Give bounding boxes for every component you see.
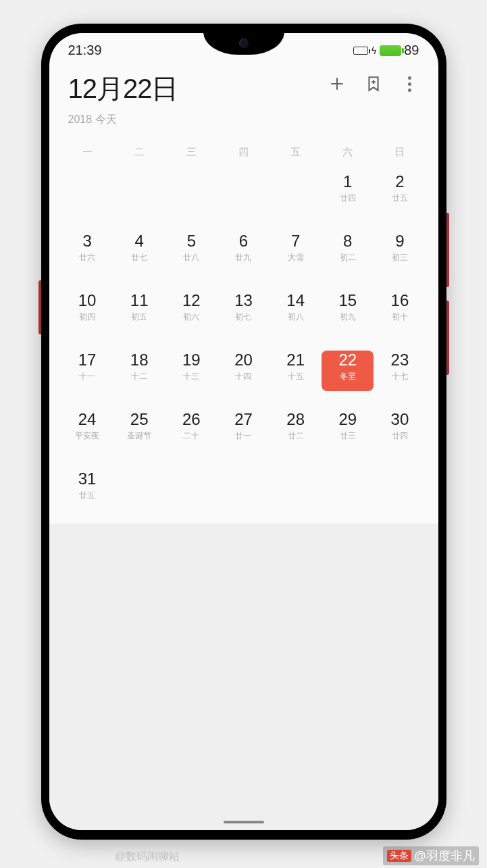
weekday-row: 一 二 三 四 五 六 日 (49, 131, 438, 167)
day-cell[interactable]: 26二十 (165, 410, 217, 451)
day-number: 5 (187, 232, 196, 251)
day-cell[interactable]: 23十七 (374, 351, 426, 391)
day-cell[interactable]: 11初五 (113, 291, 165, 332)
day-number: 14 (286, 291, 305, 310)
day-lunar: 冬至 (340, 371, 356, 382)
phone-frame: 21:39 ϟ 89 12月22日 2018 今天 (41, 24, 446, 840)
day-cell[interactable]: 10初四 (61, 291, 113, 332)
day-lunar: 廿二 (288, 430, 304, 442)
events-area[interactable] (49, 524, 438, 830)
day-cell[interactable]: 13初七 (217, 291, 270, 332)
day-lunar: 初九 (340, 311, 356, 323)
day-number: 19 (182, 351, 201, 369)
day-cell[interactable]: 19十三 (165, 351, 217, 391)
day-number: 1 (343, 172, 352, 191)
day-lunar: 十七 (392, 371, 408, 382)
day-number: 7 (291, 232, 300, 251)
day-lunar: 廿九 (235, 252, 251, 263)
day-lunar: 廿六 (79, 252, 95, 263)
battery-percent: 89 (404, 43, 419, 58)
day-number: 15 (338, 291, 357, 310)
plus-icon (328, 75, 346, 93)
day-number: 4 (135, 232, 144, 251)
day-number: 24 (78, 410, 97, 429)
day-cell[interactable]: 31廿五 (61, 469, 113, 510)
day-cell[interactable]: 8初二 (322, 232, 374, 272)
day-number: 30 (391, 410, 409, 429)
app-header: 12月22日 2018 今天 (49, 58, 438, 131)
day-number: 22 (338, 351, 357, 369)
day-cell[interactable]: 1廿四 (322, 172, 374, 213)
status-right: ϟ 89 (353, 43, 419, 58)
day-number: 3 (82, 232, 91, 251)
day-lunar: 廿四 (340, 193, 356, 204)
battery-outline-icon (353, 47, 368, 55)
day-number: 18 (130, 351, 149, 369)
day-cell[interactable]: 7大雪 (270, 232, 322, 272)
day-lunar: 初二 (340, 252, 356, 263)
weekday-label: 日 (374, 146, 426, 159)
day-cell[interactable]: 28廿二 (270, 410, 322, 451)
day-cell[interactable]: 9初三 (374, 232, 426, 272)
bookmark-plus-icon (365, 75, 382, 93)
page-title: 12月22日 (68, 70, 328, 107)
day-lunar: 初七 (235, 311, 251, 323)
day-cell[interactable]: 5廿八 (165, 232, 217, 272)
day-cell[interactable]: 6廿九 (217, 232, 270, 272)
day-lunar: 初六 (183, 311, 199, 323)
day-cell[interactable]: 20十四 (217, 351, 270, 391)
day-cell[interactable]: 22冬至 (322, 351, 374, 391)
day-number: 25 (130, 410, 149, 429)
day-cell[interactable]: 18十二 (113, 351, 165, 391)
weekday-label: 四 (217, 146, 270, 159)
day-number: 11 (130, 291, 149, 310)
day-number: 31 (78, 469, 97, 488)
day-cell[interactable]: 25圣诞节 (113, 410, 165, 451)
add-event-button[interactable] (328, 74, 347, 93)
day-number: 23 (391, 351, 409, 369)
weekday-label: 五 (270, 146, 322, 159)
day-number: 20 (234, 351, 253, 369)
day-lunar: 初三 (392, 252, 408, 263)
day-cell[interactable]: 15初九 (322, 291, 374, 332)
day-number: 29 (338, 410, 357, 429)
day-lunar: 平安夜 (75, 430, 99, 442)
day-cell[interactable]: 29廿三 (322, 410, 374, 451)
day-cell[interactable]: 4廿七 (113, 232, 165, 272)
day-number: 27 (234, 410, 253, 429)
weekday-label: 三 (165, 146, 217, 159)
day-cell[interactable]: 24平安夜 (61, 410, 113, 451)
title-block: 12月22日 2018 今天 (68, 70, 328, 127)
day-cell[interactable]: 14初八 (270, 291, 322, 332)
day-lunar: 廿八 (183, 252, 199, 263)
day-cell[interactable]: 17十一 (61, 351, 113, 391)
day-cell[interactable]: 12初六 (165, 291, 217, 332)
day-cell[interactable]: 3廿六 (61, 232, 113, 272)
day-cell[interactable]: 27廿一 (217, 410, 270, 451)
day-cell[interactable]: 2廿五 (374, 172, 426, 213)
bookmark-button[interactable] (364, 74, 383, 93)
day-number: 26 (182, 410, 201, 429)
day-lunar: 大雪 (288, 252, 304, 263)
day-number: 16 (391, 291, 409, 310)
day-lunar: 十二 (131, 371, 147, 382)
day-cell[interactable]: 30廿四 (374, 410, 426, 451)
day-lunar: 初十 (392, 311, 408, 323)
day-lunar: 廿五 (392, 193, 408, 204)
day-lunar: 圣诞节 (127, 430, 151, 442)
day-number: 10 (78, 291, 97, 310)
day-cell[interactable]: 16初十 (374, 291, 426, 332)
battery-fill-icon (380, 45, 401, 56)
more-button[interactable] (401, 74, 419, 93)
day-lunar: 初四 (79, 311, 95, 323)
day-number: 2 (395, 172, 404, 191)
day-lunar: 初五 (131, 311, 147, 323)
day-lunar: 初八 (288, 311, 304, 323)
day-lunar: 十五 (288, 371, 304, 382)
more-vertical-icon (408, 76, 411, 92)
day-lunar: 廿五 (79, 490, 95, 501)
calendar-grid: 1廿四2廿五3廿六4廿七5廿八6廿九7大雪8初二9初三10初四11初五12初六1… (49, 167, 438, 510)
day-cell[interactable]: 21十五 (270, 351, 322, 391)
day-number: 13 (234, 291, 253, 310)
home-indicator[interactable] (224, 821, 264, 823)
